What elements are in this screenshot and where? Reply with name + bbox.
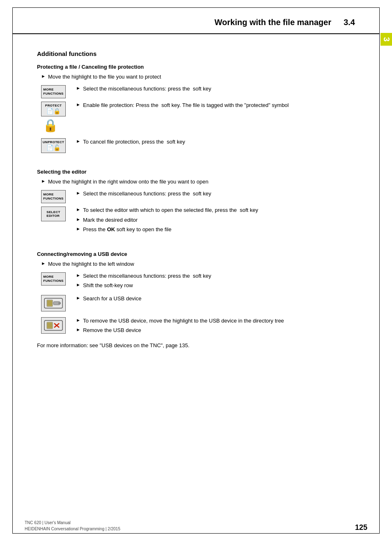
bullet-arrow: ►: [76, 327, 81, 332]
page-border-right: [379, 7, 380, 534]
editor-title: Selecting the editor: [37, 169, 355, 175]
unprotect-bullet: ► To cancel file protection, press the s…: [76, 138, 355, 146]
usb-title: Connecting/removing a USB device: [37, 251, 355, 257]
select-editor-bullet-3: ► Press the OK soft key to open the file: [76, 226, 355, 233]
protect-label: PROTECT: [45, 104, 62, 108]
protect-title: Protecting a file / Canceling file prote…: [37, 64, 355, 70]
usb-remove-icon-col: [41, 317, 72, 334]
page-header: Working with the file manager 3.4: [12, 7, 380, 34]
usb-remove-desc: ► To remove the USB device, move the hig…: [76, 317, 355, 336]
more-functions-label-3: MOREFUNCTIONS: [43, 275, 63, 283]
svg-rect-7: [47, 323, 52, 328]
more-functions-icon-col-3: MOREFUNCTIONS: [41, 272, 72, 286]
usb-remove-svg: [44, 318, 63, 333]
more-functions-bullet-3b: ► Shift the soft-key row: [76, 282, 355, 289]
usb-connect-bullet: ► Search for a USB device: [76, 295, 355, 302]
more-functions-button-2[interactable]: MOREFUNCTIONS: [41, 190, 66, 203]
more-functions-row-3: MOREFUNCTIONS ► Select the miscellaneous…: [41, 272, 355, 291]
protect-icon-row: PROTECT 📄🔒 🔒 ► Enable file protection: P…: [41, 102, 355, 132]
subsection-editor: Selecting the editor ► Move the highligh…: [37, 169, 355, 235]
page-footer: TNC 620 | User's Manual HEIDENHAIN Conve…: [12, 520, 380, 532]
bullet-arrow: ►: [76, 207, 81, 212]
footer-line1: TNC 620 | User's Manual: [25, 520, 120, 526]
subsection-usb: Connecting/removing a USB device ► Move …: [37, 251, 355, 336]
unprotect-file-icon: 📄🔓: [46, 144, 61, 151]
select-editor-label: SELECTEDITOR: [46, 210, 60, 218]
chapter-number: 3: [382, 37, 391, 42]
protect-intro-bullet: ► Move the highlight to the file you wan…: [41, 73, 355, 81]
page-border-left: [12, 7, 13, 534]
protect-button[interactable]: PROTECT 📄🔒: [41, 102, 66, 116]
info-text: For more information: see "USB devices o…: [37, 342, 355, 349]
more-functions-bullet: ► Select the miscellaneous functions: pr…: [76, 85, 355, 93]
more-functions-bullet-2: ► Select the miscellaneous functions: pr…: [76, 190, 355, 197]
protect-desc: ► Enable file protection: Press the soft…: [76, 102, 355, 111]
select-editor-text-2: Mark the desired editor: [83, 216, 355, 224]
more-functions-text-3b: Shift the soft-key row: [83, 282, 355, 289]
usb-connect-svg: [44, 296, 63, 311]
more-functions-button-3[interactable]: MOREFUNCTIONS: [41, 272, 66, 286]
usb-connect-text: Search for a USB device: [83, 295, 355, 302]
usb-remove-icon[interactable]: [41, 317, 66, 334]
unprotect-icon-row: UNPROTECT 📄🔓 ► To cancel file protection…: [41, 138, 355, 153]
select-editor-desc: ► To select the editor with which to ope…: [76, 207, 355, 235]
bullet-arrow: ►: [76, 226, 81, 231]
more-functions-label-2: MOREFUNCTIONS: [43, 193, 63, 201]
page-border-top: [12, 7, 380, 8]
select-editor-button[interactable]: SELECTEDITOR: [41, 207, 66, 221]
usb-connect-icon[interactable]: [41, 295, 66, 311]
usb-remove-text-1: To remove the USB device, move the highl…: [83, 317, 355, 325]
unprotect-label: UNPROTECT: [43, 140, 64, 144]
unprotect-button[interactable]: UNPROTECT 📄🔓: [41, 138, 66, 153]
header-title: Working with the file manager: [214, 18, 331, 27]
usb-remove-text-2: Remove the USB device: [83, 327, 355, 334]
more-functions-desc: ► Select the miscellaneous functions: pr…: [76, 85, 355, 95]
unprotect-icon-col: UNPROTECT 📄🔓: [41, 138, 72, 153]
section-title: Additional functions: [37, 50, 355, 57]
protect-file-icon: 📄🔒: [46, 108, 61, 115]
usb-remove-bullet-1: ► To remove the USB device, move the hig…: [76, 317, 355, 325]
more-functions-row-1: MOREFUNCTIONS ► Select the miscellaneous…: [41, 85, 355, 98]
subsection-protect: Protecting a file / Canceling file prote…: [37, 64, 355, 153]
usb-intro-bullet: ► Move the highlight to the left window: [41, 260, 355, 268]
bullet-arrow: ►: [41, 179, 46, 183]
more-functions-bullet-3a: ► Select the miscellaneous functions: pr…: [76, 272, 355, 280]
unprotect-text: To cancel file protection, press the sof…: [83, 138, 355, 146]
more-functions-icon-col-2: MOREFUNCTIONS: [41, 190, 72, 203]
bullet-arrow: ►: [76, 273, 81, 278]
select-editor-text-1: To select the editor with which to open …: [83, 207, 355, 214]
protect-intro-text: Move the highlight to the file you want …: [48, 73, 355, 81]
bullet-arrow: ►: [76, 190, 81, 195]
large-lock-icon: 🔒: [43, 118, 58, 132]
more-functions-icon-col: MOREFUNCTIONS: [41, 85, 72, 98]
bullet-arrow: ►: [76, 102, 81, 107]
footer-left: TNC 620 | User's Manual HEIDENHAIN Conve…: [25, 520, 120, 532]
more-functions-button[interactable]: MOREFUNCTIONS: [41, 85, 66, 98]
usb-remove-row: ► To remove the USB device, move the hig…: [41, 317, 355, 336]
more-functions-row-2: MOREFUNCTIONS ► Select the miscellaneous…: [41, 190, 355, 203]
svg-rect-2: [47, 301, 52, 306]
select-editor-text-3: Press the OK soft key to open the file: [83, 226, 355, 233]
bullet-arrow: ►: [41, 74, 46, 79]
editor-intro-text: Move the highlight in the right window o…: [48, 178, 355, 186]
more-functions-desc-2: ► Select the miscellaneous functions: pr…: [76, 190, 355, 200]
usb-connect-row: ► Search for a USB device: [41, 295, 355, 311]
usb-remove-bullet-2: ► Remove the USB device: [76, 327, 355, 334]
more-functions-text-3a: Select the miscellaneous functions: pres…: [83, 272, 355, 280]
usb-connect-desc: ► Search for a USB device: [76, 295, 355, 304]
more-functions-text-2: Select the miscellaneous functions: pres…: [83, 190, 355, 197]
footer-page-number: 125: [355, 523, 367, 532]
bullet-arrow: ►: [76, 295, 81, 300]
protect-icon-col: PROTECT 📄🔒 🔒: [41, 102, 72, 132]
usb-connect-icon-col: [41, 295, 72, 311]
main-content: Additional functions Protecting a file /…: [12, 34, 380, 360]
select-editor-row: SELECTEDITOR ► To select the editor with…: [41, 207, 355, 235]
editor-intro-bullet: ► Move the highlight in the right window…: [41, 178, 355, 186]
bullet-arrow: ►: [41, 261, 46, 266]
protect-text: Enable file protection: Press the soft k…: [83, 102, 355, 109]
more-functions-label: MOREFUNCTIONS: [43, 88, 63, 96]
header-section: 3.4: [344, 18, 355, 27]
chapter-tab: 3: [380, 33, 392, 46]
bullet-arrow: ►: [76, 139, 81, 144]
footer-line2: HEIDENHAIN Conversational Programming | …: [25, 526, 120, 532]
